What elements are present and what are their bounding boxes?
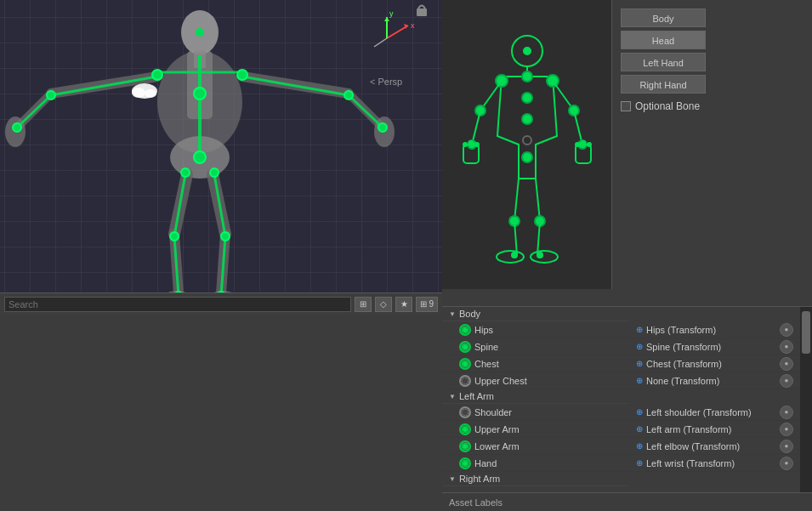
- body-tab[interactable]: Body: [621, 9, 706, 27]
- shoulder-select-button[interactable]: ●: [780, 406, 793, 419]
- shoulder-icon: [459, 406, 471, 418]
- right-arm-section-header[interactable]: ▼ Right Arm: [442, 472, 629, 486]
- svg-point-31: [378, 123, 387, 132]
- svg-point-99: [463, 427, 468, 432]
- hips-icon: [459, 324, 471, 336]
- svg-point-95: [463, 361, 468, 366]
- optional-bone-checkbox[interactable]: [621, 101, 631, 111]
- body-section-header[interactable]: ▼ Body: [442, 307, 629, 321]
- svg-point-93: [463, 344, 468, 349]
- chest-row[interactable]: Chest: [442, 355, 629, 372]
- upper-arm-row[interactable]: Upper Arm: [442, 421, 629, 438]
- svg-point-58: [522, 71, 532, 82]
- lower-arm-transform-row[interactable]: ⊕ Left elbow (Transform) ●: [629, 438, 800, 455]
- right-top: Body Head Left Hand Right Hand Optional …: [442, 0, 812, 306]
- left-arm-collapse-icon: ▼: [449, 393, 456, 400]
- hips-transform-icon: ⊕: [636, 325, 643, 334]
- upper-chest-transform-row[interactable]: ⊕ None (Transform) ●: [629, 372, 800, 389]
- left-arm-section-header[interactable]: ▼ Left Arm: [442, 389, 629, 404]
- hand-select-button[interactable]: ●: [780, 457, 793, 470]
- upper-chest-label: Upper Chest: [474, 376, 527, 386]
- upper-arm-label: Upper Arm: [474, 424, 520, 434]
- lower-arm-row[interactable]: Lower Arm: [442, 438, 629, 455]
- svg-point-78: [575, 142, 580, 147]
- layers-count: 9: [429, 299, 434, 309]
- upper-chest-select-button[interactable]: ●: [780, 374, 793, 388]
- lower-arm-transform-label: ⊕ Left elbow (Transform): [636, 441, 740, 451]
- left-arm-section-label: Left Arm: [459, 391, 494, 401]
- lower-arm-label: Lower Arm: [474, 441, 520, 451]
- upper-arm-icon: [459, 423, 471, 435]
- asset-labels-text: Asset Labels: [449, 497, 503, 508]
- layers-icon: ⊞: [420, 299, 427, 309]
- right-hand-tab[interactable]: Right Hand: [621, 75, 706, 94]
- shoulder-row[interactable]: Shoulder: [442, 404, 629, 421]
- hips-row[interactable]: Hips: [442, 321, 629, 338]
- upper-chest-icon: [459, 375, 471, 387]
- chest-transform-icon: ⊕: [636, 359, 643, 368]
- lower-arm-transform-icon: ⊕: [636, 441, 643, 451]
- skeleton-figure: x y: [0, 0, 442, 315]
- lower-arm-icon: [459, 440, 471, 452]
- spine-transform-row[interactable]: ⊕ Spine (Transform) ●: [629, 338, 800, 355]
- 3d-viewport[interactable]: x y: [0, 0, 442, 315]
- svg-point-56: [523, 47, 531, 55]
- star-button[interactable]: ★: [395, 297, 412, 312]
- hips-transform-row[interactable]: ⊕ Hips (Transform) ●: [629, 321, 800, 338]
- body-collapse-icon: ▼: [449, 310, 456, 318]
- hand-transform-row[interactable]: ⊕ Left wrist (Transform) ●: [629, 455, 800, 472]
- spine-select-button[interactable]: ●: [780, 340, 793, 354]
- svg-point-85: [511, 252, 518, 258]
- svg-point-40: [221, 232, 230, 241]
- hips-transform-label: ⊕ Hips (Transform): [636, 325, 716, 335]
- shoulder-label: Shoulder: [474, 407, 512, 417]
- scrollbar-handle[interactable]: [802, 311, 810, 354]
- chest-select-button[interactable]: ●: [780, 357, 793, 371]
- hand-label: Hand: [474, 458, 497, 468]
- layers-button[interactable]: ⊞ 9: [416, 297, 438, 312]
- svg-point-30: [344, 91, 353, 99]
- upper-chest-transform-label: ⊕ None (Transform): [636, 376, 719, 386]
- svg-text:< Persp: < Persp: [370, 77, 402, 87]
- lower-arm-select-button[interactable]: ●: [780, 440, 793, 453]
- optional-bone-row: Optional Bone: [621, 100, 803, 112]
- chest-label: Chest: [474, 359, 499, 369]
- grid-view-button[interactable]: ⊞: [355, 297, 372, 312]
- head-tab[interactable]: Head: [621, 31, 706, 49]
- svg-point-91: [463, 327, 468, 332]
- svg-point-98: [462, 409, 468, 416]
- upper-arm-transform-label: ⊕ Left arm (Transform): [636, 424, 731, 434]
- spine-label: Spine: [474, 342, 498, 352]
- spine-row[interactable]: Spine: [442, 338, 629, 355]
- spine-icon: [459, 341, 471, 353]
- bone-rows-container: ▼ Body Hips: [442, 307, 812, 492]
- svg-text:y: y: [389, 9, 394, 18]
- optional-bone-label: Optional Bone: [635, 100, 700, 112]
- upper-arm-select-button[interactable]: ●: [780, 423, 793, 436]
- chest-transform-row[interactable]: ⊕ Chest (Transform) ●: [629, 355, 800, 372]
- svg-point-101: [463, 444, 468, 449]
- hips-select-button[interactable]: ●: [780, 323, 793, 337]
- right-transforms-column: ⊕ Hips (Transform) ● ⊕ Spine (Transform)…: [629, 307, 800, 492]
- diamond-button[interactable]: ◇: [375, 297, 392, 312]
- scrollbar[interactable]: [800, 307, 812, 492]
- svg-point-97: [462, 378, 468, 384]
- shoulder-transform-icon: ⊕: [636, 407, 643, 417]
- svg-point-39: [210, 168, 219, 177]
- viewport-toolbar: ⊞ ◇ ★ ⊞ 9: [0, 292, 442, 315]
- svg-point-62: [522, 152, 532, 162]
- svg-line-42: [387, 26, 408, 38]
- shoulder-transform-row[interactable]: ⊕ Left shoulder (Transform) ●: [629, 404, 800, 421]
- avatar-svg: [459, 26, 595, 264]
- svg-point-35: [170, 232, 179, 241]
- svg-point-52: [145, 89, 156, 98]
- left-hand-tab[interactable]: Left Hand: [621, 53, 706, 71]
- svg-point-79: [581, 140, 586, 145]
- upper-arm-transform-row[interactable]: ⊕ Left arm (Transform) ●: [629, 421, 800, 438]
- viewport-canvas: x y: [0, 0, 442, 315]
- upper-chest-row[interactable]: Upper Chest: [442, 372, 629, 389]
- hand-row[interactable]: Hand: [442, 455, 629, 472]
- spine-transform-label: ⊕ Spine (Transform): [636, 342, 721, 352]
- svg-point-29: [237, 70, 247, 80]
- search-input[interactable]: [4, 297, 351, 312]
